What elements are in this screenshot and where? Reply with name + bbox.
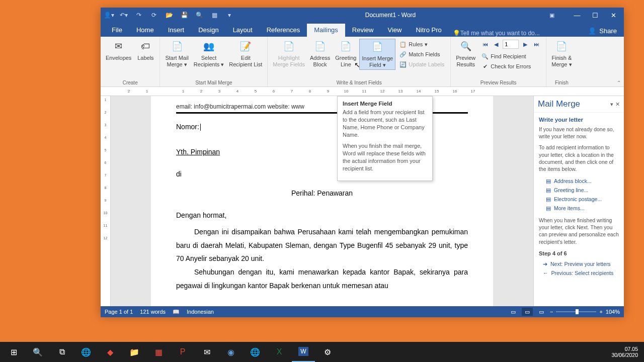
zoom-slider[interactable] xyxy=(556,311,596,312)
check-errors-button[interactable]: ✔Check for Errors xyxy=(480,62,532,71)
close-button[interactable]: ✕ xyxy=(605,10,622,21)
tp-more-items-link[interactable]: ▤More items... xyxy=(539,204,619,213)
doc-p2: Sehubungan dengan itu, kami menawarkan k… xyxy=(176,265,468,292)
rules-label: Rules xyxy=(409,41,423,47)
web-layout-button[interactable]: ▭ xyxy=(536,308,547,316)
search-button[interactable]: 🔍 xyxy=(26,342,49,362)
taskpane-dropdown-icon[interactable]: ▾ xyxy=(610,101,613,108)
last-record-button[interactable]: ⏭ xyxy=(532,40,541,49)
address-block-button[interactable]: 📄 AddressBlock xyxy=(308,39,332,69)
tp-step: Step 4 of 6 xyxy=(539,250,619,256)
tab-layout[interactable]: Layout xyxy=(226,24,260,37)
tab-mailings[interactable]: Mailings xyxy=(307,24,345,37)
tab-insert[interactable]: Insert xyxy=(161,24,192,37)
minimize-button[interactable]: — xyxy=(569,10,586,21)
collapse-ribbon-icon[interactable]: ⌃ xyxy=(617,80,621,85)
tp-postage-link[interactable]: ▤Electronic postage... xyxy=(539,195,619,204)
tab-home[interactable]: Home xyxy=(129,24,161,37)
status-proof-icon[interactable]: 📖 xyxy=(173,309,180,315)
document-area[interactable]: Telepon: (021) 5195 0350 Fax: (021) 5195… xyxy=(111,96,533,306)
tab-references[interactable]: References xyxy=(260,24,307,37)
zoom-percent[interactable]: 104% xyxy=(606,309,620,315)
taskview-button[interactable]: ⧉ xyxy=(50,342,73,362)
horizontal-ruler[interactable]: 211234567891011121314151617 xyxy=(101,87,624,96)
tp-postage-label: Electronic postage... xyxy=(554,196,602,202)
group-write-label: Write & Insert Fields xyxy=(337,79,382,86)
vertical-ruler[interactable]: 123456789101112 xyxy=(101,96,111,306)
word-icon[interactable]: W xyxy=(292,342,315,362)
tp-prev-link[interactable]: ← Previous: Select recipients xyxy=(539,268,619,278)
edge-icon[interactable]: 🌐 xyxy=(244,342,267,362)
preview-results-label: PreviewResults xyxy=(456,55,475,68)
doc-icon: ▤ xyxy=(546,196,551,202)
labels-button[interactable]: 🏷 Labels xyxy=(134,39,156,62)
doc-p1: Dengan ini disampaikan bahwa Perusahaan … xyxy=(176,225,468,265)
status-language[interactable]: Indonesian xyxy=(187,309,214,315)
select-recipients-button[interactable]: 👥 SelectRecipients ▾ xyxy=(192,39,226,69)
find-recipient-button[interactable]: 🔍Find Recipient xyxy=(480,52,527,61)
app-icon[interactable]: ◆ xyxy=(99,342,122,362)
zoom-thumb[interactable] xyxy=(576,309,579,314)
tooltip-p2: When you finish the mail merge, Word wil… xyxy=(343,142,427,172)
qat-table-icon[interactable]: ▦ xyxy=(208,10,220,21)
print-layout-button[interactable]: ▭ xyxy=(522,308,533,316)
chrome-icon[interactable]: 🌐 xyxy=(74,342,98,362)
rules-button[interactable]: 📋Rules ▾ xyxy=(398,40,429,49)
start-button[interactable]: ⊞ xyxy=(2,342,25,362)
tab-design[interactable]: Design xyxy=(191,24,225,37)
finish-merge-button[interactable]: 📄 Finish &Merge ▾ xyxy=(549,39,574,69)
excel-icon[interactable]: X xyxy=(268,342,291,362)
tp-greeting-line-link[interactable]: ▤Greeting line... xyxy=(539,186,619,195)
maximize-button[interactable]: ☐ xyxy=(587,10,604,21)
tab-nitropro[interactable]: Nitro Pro xyxy=(409,24,448,37)
zoom-in-button[interactable]: + xyxy=(599,309,602,315)
envelopes-button[interactable]: ✉ Envelopes xyxy=(104,39,133,62)
next-record-button[interactable]: ▶ xyxy=(521,40,530,49)
qat-preview-icon[interactable]: 🔍 xyxy=(193,10,205,21)
labels-icon: 🏷 xyxy=(138,40,152,54)
qat-user-icon[interactable]: 👤▾ xyxy=(103,10,115,21)
tab-view[interactable]: View xyxy=(380,24,409,37)
first-record-button[interactable]: ⏮ xyxy=(480,40,490,49)
edit-recipient-list-button[interactable]: 📝 EditRecipient List xyxy=(227,39,264,69)
explorer-icon[interactable]: 📁 xyxy=(123,342,146,362)
match-fields-button[interactable]: 🔗Match Fields xyxy=(398,50,441,59)
tp-next-label: Next: Preview your letters xyxy=(550,261,611,267)
insert-merge-field-button[interactable]: 📄 Insert MergeField ▾ xyxy=(359,39,395,70)
tp-next-link[interactable]: ➔ Next: Preview your letters xyxy=(539,259,619,268)
obs-icon[interactable]: ⚙ xyxy=(316,342,339,362)
qat-redo-icon[interactable]: ↷ xyxy=(133,10,145,21)
zoom-out-button[interactable]: − xyxy=(550,309,553,315)
record-number-input[interactable] xyxy=(503,40,519,49)
greeting-line-button[interactable]: 📄 GreetingLine xyxy=(333,39,358,69)
mail-icon[interactable]: ✉ xyxy=(195,342,218,362)
qat-open-icon[interactable]: 📂 xyxy=(163,10,175,21)
document-page[interactable]: Telepon: (021) 5195 0350 Fax: (021) 5195… xyxy=(151,96,493,306)
qat-refresh-icon[interactable]: ⟳ xyxy=(148,10,160,21)
tp-prev-label: Previous: Select recipients xyxy=(551,270,614,276)
group-write: 📄 HighlightMerge Fields 📄 AddressBlock 📄… xyxy=(268,37,451,86)
taskpane-title: Mail Merge xyxy=(538,99,580,109)
qat-undo-icon[interactable]: ↶▾ xyxy=(118,10,130,21)
preview-results-button[interactable]: 🔍 PreviewResults xyxy=(454,39,477,69)
powerpoint-icon[interactable]: P xyxy=(171,342,194,362)
ribbon-display-options-icon[interactable]: ▣ xyxy=(545,12,558,19)
tab-review[interactable]: Review xyxy=(345,24,381,37)
qat-save-icon[interactable]: 💾 xyxy=(178,10,190,21)
find-recipient-label: Find Recipient xyxy=(491,53,526,59)
start-mail-merge-button[interactable]: 📄 Start MailMerge ▾ xyxy=(163,39,190,69)
app-icon-3[interactable]: ◉ xyxy=(219,342,243,362)
system-tray[interactable]: 07.05 30/06/2020 xyxy=(611,346,642,358)
read-mode-button[interactable]: ▭ xyxy=(508,308,519,316)
ribbon-tabs: File Home Insert Design Layout Reference… xyxy=(101,23,624,37)
tab-file[interactable]: File xyxy=(105,24,129,37)
tp-address-block-link[interactable]: ▤Address block... xyxy=(539,176,619,186)
share-button[interactable]: 👤 Share xyxy=(581,25,624,37)
qat-more-icon[interactable]: ▾ xyxy=(223,10,235,21)
status-page[interactable]: Page 1 of 1 xyxy=(105,309,133,315)
tell-me-box[interactable]: 💡 Tell me what you want to do... xyxy=(449,30,582,37)
status-words[interactable]: 121 words xyxy=(140,309,166,315)
app-icon-2[interactable]: ▦ xyxy=(147,342,170,362)
taskpane-close-icon[interactable]: ✕ xyxy=(615,101,620,108)
prev-record-button[interactable]: ◀ xyxy=(492,40,501,49)
